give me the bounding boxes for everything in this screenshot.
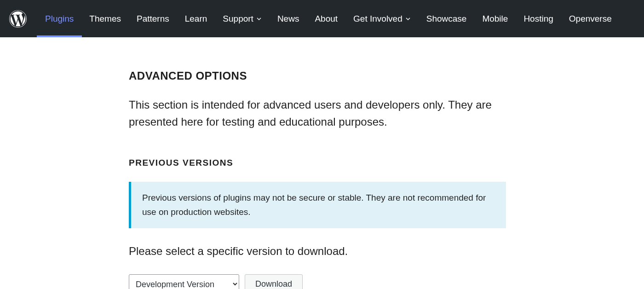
- main-content: ADVANCED OPTIONS This section is intende…: [129, 37, 515, 289]
- top-navigation: Plugins Themes Patterns Learn Support Ne…: [0, 0, 644, 37]
- intro-text: This section is intended for advanced us…: [129, 96, 506, 130]
- nav-news[interactable]: News: [277, 0, 299, 37]
- nav-openverse[interactable]: Openverse: [569, 0, 612, 37]
- wordpress-icon: [9, 10, 27, 28]
- nav-plugins[interactable]: Plugins: [45, 0, 74, 37]
- nav-label: News: [277, 14, 299, 24]
- nav-label: Get Involved: [353, 14, 402, 24]
- nav-hosting[interactable]: Hosting: [523, 0, 553, 37]
- nav-label: About: [315, 14, 338, 24]
- nav-get-involved[interactable]: Get Involved: [353, 0, 411, 37]
- nav-learn[interactable]: Learn: [185, 0, 207, 37]
- nav-label: Plugins: [45, 14, 74, 24]
- nav-showcase[interactable]: Showcase: [426, 0, 467, 37]
- nav-label: Mobile: [482, 14, 508, 24]
- nav-patterns[interactable]: Patterns: [137, 0, 169, 37]
- select-prompt: Please select a specific version to down…: [129, 245, 506, 258]
- nav-label: Patterns: [137, 14, 169, 24]
- nav-items: Plugins Themes Patterns Learn Support Ne…: [45, 0, 612, 37]
- nav-label: Themes: [89, 14, 121, 24]
- nav-label: Showcase: [426, 14, 467, 24]
- nav-label: Openverse: [569, 14, 612, 24]
- download-button[interactable]: Download: [245, 274, 303, 289]
- nav-about[interactable]: About: [315, 0, 338, 37]
- download-controls: Development Version Download: [129, 274, 506, 289]
- chevron-down-icon: [405, 16, 411, 22]
- previous-versions-heading: PREVIOUS VERSIONS: [129, 158, 506, 168]
- nav-themes[interactable]: Themes: [89, 0, 121, 37]
- chevron-down-icon: [256, 16, 262, 22]
- nav-support[interactable]: Support: [223, 0, 262, 37]
- warning-notice: Previous versions of plugins may not be …: [129, 182, 506, 228]
- version-select[interactable]: Development Version: [129, 274, 239, 289]
- nav-label: Learn: [185, 14, 207, 24]
- nav-label: Support: [223, 14, 253, 24]
- advanced-options-heading: ADVANCED OPTIONS: [129, 69, 506, 82]
- nav-mobile[interactable]: Mobile: [482, 0, 508, 37]
- wordpress-logo[interactable]: [9, 10, 27, 28]
- nav-label: Hosting: [523, 14, 553, 24]
- notice-text: Previous versions of plugins may not be …: [142, 191, 495, 219]
